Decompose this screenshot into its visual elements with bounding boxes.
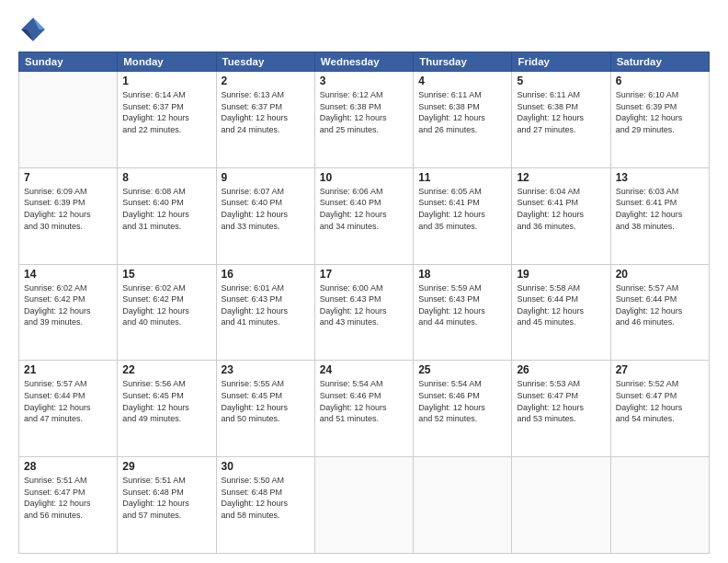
day-number: 17 <box>320 268 408 281</box>
calendar-cell: 6Sunrise: 6:10 AM Sunset: 6:39 PM Daylig… <box>610 72 709 168</box>
calendar-cell: 25Sunrise: 5:54 AM Sunset: 6:46 PM Dayli… <box>414 361 512 457</box>
cell-info: Sunrise: 6:11 AM Sunset: 6:38 PM Dayligh… <box>517 89 605 135</box>
weekday-header-monday: Monday <box>118 52 216 72</box>
calendar-cell <box>414 457 512 554</box>
cell-info: Sunrise: 6:06 AM Sunset: 6:40 PM Dayligh… <box>320 186 408 232</box>
calendar-cell: 20Sunrise: 5:57 AM Sunset: 6:44 PM Dayli… <box>610 264 709 361</box>
cell-info: Sunrise: 5:50 AM Sunset: 6:48 PM Dayligh… <box>222 475 310 521</box>
cell-info: Sunrise: 5:55 AM Sunset: 6:45 PM Dayligh… <box>222 378 310 424</box>
page: SundayMondayTuesdayWednesdayThursdayFrid… <box>0 0 728 563</box>
day-number: 12 <box>517 171 605 184</box>
calendar-cell: 24Sunrise: 5:54 AM Sunset: 6:46 PM Dayli… <box>314 361 413 457</box>
calendar-cell: 19Sunrise: 5:58 AM Sunset: 6:44 PM Dayli… <box>512 264 610 361</box>
day-number: 26 <box>517 363 605 376</box>
calendar-cell: 10Sunrise: 6:06 AM Sunset: 6:40 PM Dayli… <box>314 167 413 264</box>
day-number: 19 <box>517 268 605 281</box>
cell-info: Sunrise: 6:07 AM Sunset: 6:40 PM Dayligh… <box>222 186 310 232</box>
cell-info: Sunrise: 6:14 AM Sunset: 6:37 PM Dayligh… <box>122 89 210 135</box>
calendar-cell: 16Sunrise: 6:01 AM Sunset: 6:43 PM Dayli… <box>216 264 314 361</box>
day-number: 5 <box>517 75 605 87</box>
cell-info: Sunrise: 5:53 AM Sunset: 6:47 PM Dayligh… <box>517 378 605 424</box>
calendar-cell: 12Sunrise: 6:04 AM Sunset: 6:41 PM Dayli… <box>512 167 610 264</box>
calendar-cell: 13Sunrise: 6:03 AM Sunset: 6:41 PM Dayli… <box>610 167 709 264</box>
calendar-cell <box>19 72 118 168</box>
day-number: 1 <box>122 75 210 87</box>
weekday-header-friday: Friday <box>512 52 610 72</box>
week-row-1: 1Sunrise: 6:14 AM Sunset: 6:37 PM Daylig… <box>19 72 710 168</box>
calendar-cell: 1Sunrise: 6:14 AM Sunset: 6:37 PM Daylig… <box>118 72 216 168</box>
calendar-cell <box>512 457 610 554</box>
calendar-cell: 29Sunrise: 5:51 AM Sunset: 6:48 PM Dayli… <box>118 457 216 554</box>
cell-info: Sunrise: 5:57 AM Sunset: 6:44 PM Dayligh… <box>616 282 704 328</box>
day-number: 24 <box>320 363 408 376</box>
calendar-cell: 30Sunrise: 5:50 AM Sunset: 6:48 PM Dayli… <box>216 457 314 554</box>
calendar-cell: 2Sunrise: 6:13 AM Sunset: 6:37 PM Daylig… <box>216 72 314 168</box>
weekday-header-sunday: Sunday <box>19 52 118 72</box>
calendar-cell <box>610 457 709 554</box>
week-row-5: 28Sunrise: 5:51 AM Sunset: 6:47 PM Dayli… <box>19 457 710 554</box>
calendar-cell: 15Sunrise: 6:02 AM Sunset: 6:42 PM Dayli… <box>118 264 216 361</box>
calendar-cell: 7Sunrise: 6:09 AM Sunset: 6:39 PM Daylig… <box>19 167 118 264</box>
cell-info: Sunrise: 6:09 AM Sunset: 6:39 PM Dayligh… <box>24 186 112 232</box>
day-number: 6 <box>616 75 704 87</box>
weekday-header-tuesday: Tuesday <box>216 52 314 72</box>
cell-info: Sunrise: 6:00 AM Sunset: 6:43 PM Dayligh… <box>320 282 408 328</box>
cell-info: Sunrise: 5:56 AM Sunset: 6:45 PM Dayligh… <box>122 378 210 424</box>
weekday-header-wednesday: Wednesday <box>314 52 413 72</box>
calendar-cell: 21Sunrise: 5:57 AM Sunset: 6:44 PM Dayli… <box>19 361 118 457</box>
cell-info: Sunrise: 5:54 AM Sunset: 6:46 PM Dayligh… <box>320 378 408 424</box>
calendar-cell: 11Sunrise: 6:05 AM Sunset: 6:41 PM Dayli… <box>414 167 512 264</box>
cell-info: Sunrise: 6:11 AM Sunset: 6:38 PM Dayligh… <box>418 89 506 135</box>
cell-info: Sunrise: 6:01 AM Sunset: 6:43 PM Dayligh… <box>222 282 310 328</box>
day-number: 13 <box>616 171 704 184</box>
day-number: 10 <box>320 171 408 184</box>
cell-info: Sunrise: 6:04 AM Sunset: 6:41 PM Dayligh… <box>517 186 605 232</box>
cell-info: Sunrise: 6:02 AM Sunset: 6:42 PM Dayligh… <box>24 282 112 328</box>
cell-info: Sunrise: 5:59 AM Sunset: 6:43 PM Dayligh… <box>418 282 506 328</box>
day-number: 15 <box>122 268 210 281</box>
cell-info: Sunrise: 5:57 AM Sunset: 6:44 PM Dayligh… <box>24 378 112 424</box>
cell-info: Sunrise: 5:51 AM Sunset: 6:48 PM Dayligh… <box>122 475 210 521</box>
header <box>18 15 710 44</box>
day-number: 27 <box>616 363 704 376</box>
cell-info: Sunrise: 6:13 AM Sunset: 6:37 PM Dayligh… <box>222 89 310 135</box>
calendar-cell <box>314 457 413 554</box>
calendar-cell: 9Sunrise: 6:07 AM Sunset: 6:40 PM Daylig… <box>216 167 314 264</box>
day-number: 22 <box>122 363 210 376</box>
day-number: 29 <box>122 460 210 473</box>
cell-info: Sunrise: 5:52 AM Sunset: 6:47 PM Dayligh… <box>616 378 704 424</box>
day-number: 8 <box>122 171 210 184</box>
calendar-cell: 3Sunrise: 6:12 AM Sunset: 6:38 PM Daylig… <box>314 72 413 168</box>
day-number: 18 <box>418 268 506 281</box>
calendar-cell: 28Sunrise: 5:51 AM Sunset: 6:47 PM Dayli… <box>19 457 118 554</box>
calendar-cell: 27Sunrise: 5:52 AM Sunset: 6:47 PM Dayli… <box>610 361 709 457</box>
weekday-header-saturday: Saturday <box>610 52 709 72</box>
calendar-cell: 17Sunrise: 6:00 AM Sunset: 6:43 PM Dayli… <box>314 264 413 361</box>
cell-info: Sunrise: 6:10 AM Sunset: 6:39 PM Dayligh… <box>616 89 704 135</box>
cell-info: Sunrise: 6:12 AM Sunset: 6:38 PM Dayligh… <box>320 89 408 135</box>
day-number: 3 <box>320 75 408 87</box>
cell-info: Sunrise: 5:58 AM Sunset: 6:44 PM Dayligh… <box>517 282 605 328</box>
weekday-header-thursday: Thursday <box>414 52 512 72</box>
day-number: 21 <box>24 363 112 376</box>
calendar-table: SundayMondayTuesdayWednesdayThursdayFrid… <box>18 52 710 554</box>
logo <box>18 15 51 44</box>
week-row-4: 21Sunrise: 5:57 AM Sunset: 6:44 PM Dayli… <box>19 361 710 457</box>
cell-info: Sunrise: 5:54 AM Sunset: 6:46 PM Dayligh… <box>418 378 506 424</box>
calendar-cell: 5Sunrise: 6:11 AM Sunset: 6:38 PM Daylig… <box>512 72 610 168</box>
calendar-cell: 4Sunrise: 6:11 AM Sunset: 6:38 PM Daylig… <box>414 72 512 168</box>
calendar-cell: 18Sunrise: 5:59 AM Sunset: 6:43 PM Dayli… <box>414 264 512 361</box>
day-number: 7 <box>24 171 112 184</box>
day-number: 14 <box>24 268 112 281</box>
calendar-cell: 23Sunrise: 5:55 AM Sunset: 6:45 PM Dayli… <box>216 361 314 457</box>
day-number: 2 <box>222 75 310 87</box>
calendar-cell: 8Sunrise: 6:08 AM Sunset: 6:40 PM Daylig… <box>118 167 216 264</box>
day-number: 20 <box>616 268 704 281</box>
day-number: 4 <box>418 75 506 87</box>
day-number: 30 <box>222 460 310 473</box>
day-number: 16 <box>222 268 310 281</box>
weekday-header-row: SundayMondayTuesdayWednesdayThursdayFrid… <box>19 52 710 72</box>
cell-info: Sunrise: 6:08 AM Sunset: 6:40 PM Dayligh… <box>122 186 210 232</box>
cell-info: Sunrise: 6:03 AM Sunset: 6:41 PM Dayligh… <box>616 186 704 232</box>
week-row-2: 7Sunrise: 6:09 AM Sunset: 6:39 PM Daylig… <box>19 167 710 264</box>
